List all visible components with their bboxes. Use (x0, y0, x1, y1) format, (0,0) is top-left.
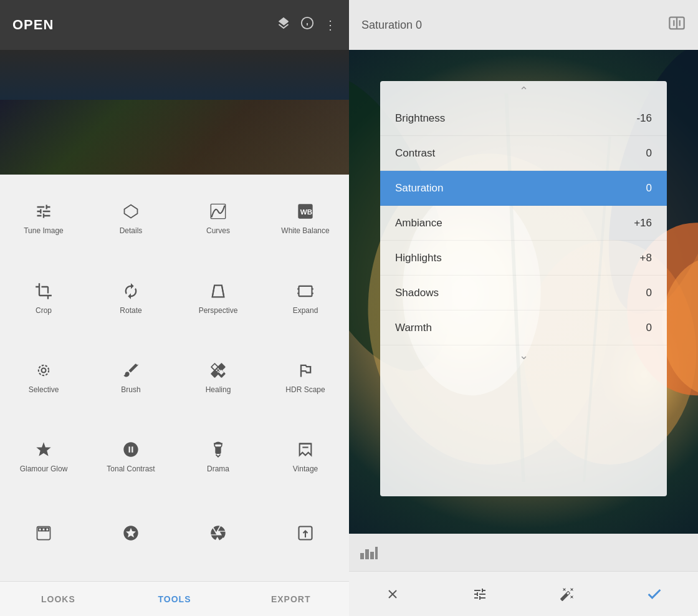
image-preview (0, 50, 349, 175)
tool-perspective[interactable]: Perspective (174, 259, 262, 338)
adjust-button[interactable] (465, 579, 495, 609)
auto-enhance-button[interactable] (552, 579, 582, 609)
selective-icon (35, 362, 52, 382)
svg-marker-3 (125, 205, 138, 218)
hdr-scape-icon (297, 362, 314, 382)
header-icons: ⋮ (277, 16, 337, 34)
tool-brush-label: Brush (121, 385, 140, 394)
svg-rect-42 (360, 553, 364, 559)
brightness-row[interactable]: Brightness -16 (380, 101, 667, 136)
tools-grid: Tune Image Details Curves (0, 175, 349, 581)
face-beauty-icon (122, 524, 140, 544)
svg-rect-44 (370, 552, 374, 559)
svg-rect-10 (299, 286, 312, 296)
tool-healing-label: Healing (206, 385, 231, 394)
tool-healing[interactable]: Healing (174, 338, 262, 417)
tool-face-beauty[interactable] (87, 497, 174, 576)
healing-icon (209, 362, 227, 382)
tool-drama-label: Drama (207, 464, 229, 473)
expand-icon (297, 282, 314, 302)
right-panel: Saturation 0 (349, 0, 698, 616)
scroll-up-indicator: ⌃ (380, 81, 667, 101)
tool-crop[interactable]: Crop (0, 259, 87, 338)
tool-tonal-contrast-label: Tonal Contrast (107, 464, 155, 473)
tool-hdr-scape-label: HDR Scape (285, 385, 325, 394)
tool-hdr-scape[interactable]: HDR Scape (262, 338, 349, 417)
tool-selective-label: Selective (29, 385, 59, 394)
crop-icon (35, 282, 52, 302)
tool-tune-image-label: Tune Image (24, 226, 64, 235)
saturation-row[interactable]: Saturation 0 (380, 171, 667, 206)
tool-selective[interactable]: Selective (0, 338, 87, 417)
tool-brush[interactable]: Brush (87, 338, 174, 417)
export-icon (297, 524, 314, 544)
svg-rect-45 (375, 547, 378, 559)
tab-looks[interactable]: LOOKS (0, 582, 117, 616)
chevron-up-icon: ⌃ (519, 84, 528, 98)
warmth-row[interactable]: Warmth 0 (380, 310, 667, 345)
tune-popup: ⌃ Brightness -16 Contrast 0 Saturation 0… (380, 81, 667, 496)
histogram-area (349, 534, 698, 571)
tool-crop-label: Crop (36, 306, 52, 315)
svg-line-8 (213, 285, 215, 297)
tool-vintage-label: Vintage (293, 464, 318, 473)
perspective-icon (209, 282, 227, 302)
contrast-label: Contrast (395, 147, 629, 160)
chevron-down-icon: ⌄ (519, 349, 528, 362)
bottom-actions (349, 571, 698, 616)
svg-rect-43 (365, 549, 369, 559)
tool-grunge[interactable] (0, 497, 87, 576)
tool-expand-label: Expand (293, 306, 318, 315)
tab-export[interactable]: EXPORT (232, 582, 349, 616)
tool-drama[interactable]: Drama (174, 418, 262, 497)
tool-curves-label: Curves (206, 226, 230, 235)
tool-lens[interactable] (174, 497, 262, 576)
image-preview-inner (0, 100, 349, 175)
tool-export[interactable] (262, 497, 349, 576)
grunge-icon (35, 524, 52, 544)
tool-white-balance[interactable]: WB White Balance (262, 180, 349, 259)
svg-text:WB: WB (300, 208, 312, 216)
tool-tune-image[interactable]: Tune Image (0, 180, 87, 259)
brightness-label: Brightness (395, 112, 629, 125)
scroll-down-indicator: ⌄ (380, 345, 667, 365)
tab-tools[interactable]: TOOLS (117, 582, 233, 616)
svg-point-16 (39, 365, 49, 375)
bottom-nav: LOOKS TOOLS EXPORT (0, 581, 349, 616)
tool-vintage[interactable]: Vintage (262, 418, 349, 497)
confirm-button[interactable] (639, 579, 669, 609)
rotate-icon (122, 282, 140, 302)
cancel-button[interactable] (378, 579, 408, 609)
vintage-icon (297, 441, 314, 461)
tool-expand[interactable]: Expand (262, 259, 349, 338)
histogram-icon[interactable] (359, 541, 379, 564)
tool-tonal-contrast[interactable]: Tonal Contrast (87, 418, 174, 497)
warmth-value: 0 (629, 322, 652, 334)
shadows-row[interactable]: Shadows 0 (380, 276, 667, 310)
highlights-value: +8 (629, 252, 652, 264)
highlights-label: Highlights (395, 252, 629, 264)
info-icon[interactable] (300, 16, 314, 34)
left-panel: OPEN ⋮ (0, 0, 349, 616)
layers-icon[interactable] (277, 16, 290, 34)
tool-details[interactable]: Details (87, 180, 174, 259)
brightness-value: -16 (629, 112, 652, 125)
right-header: Saturation 0 (349, 0, 698, 50)
details-icon (122, 203, 140, 223)
svg-marker-17 (36, 442, 50, 456)
right-image-area: ⌃ Brightness -16 Contrast 0 Saturation 0… (349, 50, 698, 534)
tool-rotate[interactable]: Rotate (87, 259, 174, 338)
tool-curves[interactable]: Curves (174, 180, 262, 259)
saturation-label: Saturation (395, 182, 629, 195)
drama-icon (209, 441, 227, 461)
ambiance-row[interactable]: Ambiance +16 (380, 206, 667, 241)
tool-glamour-glow[interactable]: Glamour Glow (0, 418, 87, 497)
compare-icon[interactable] (668, 14, 686, 36)
brush-icon (122, 362, 140, 382)
white-balance-icon: WB (297, 203, 314, 223)
ambiance-label: Ambiance (395, 217, 629, 229)
highlights-row[interactable]: Highlights +8 (380, 241, 667, 276)
more-icon[interactable]: ⋮ (324, 17, 337, 32)
left-header: OPEN ⋮ (0, 0, 349, 50)
contrast-row[interactable]: Contrast 0 (380, 136, 667, 171)
